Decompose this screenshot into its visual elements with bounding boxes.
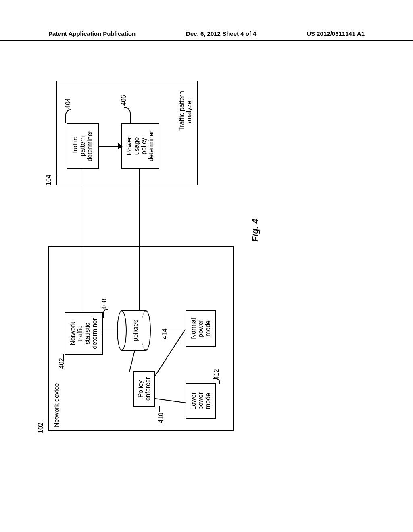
ref-402: 402 — [58, 358, 65, 369]
traffic-pattern-det-box: Traffic pattern determiner — [67, 123, 99, 169]
header-left: Patent Application Publication — [48, 30, 136, 37]
diagram: Network device 102 Traffic pattern analy… — [24, 105, 387, 411]
power-usage-policy-text: Power usage policy determiner — [126, 131, 155, 161]
arrow-tpd-pupd — [118, 143, 123, 150]
line-pupd-policies — [139, 169, 140, 310]
traffic-pattern-det-text: Traffic pattern determiner — [72, 131, 94, 161]
ref-410: 410 — [157, 412, 165, 423]
policy-enforcer-text: Policy enforcer — [137, 377, 152, 401]
leader-104 — [52, 177, 57, 177]
leader-102 — [44, 422, 49, 422]
network-device-label: Network device — [53, 383, 60, 427]
ref-414: 414 — [161, 328, 169, 339]
ref-408: 408 — [101, 299, 108, 310]
line-nts-tpd — [83, 169, 83, 312]
header-center: Dec. 6, 2012 Sheet 4 of 4 — [186, 30, 256, 37]
leader-402 — [63, 354, 64, 359]
leader-408-curve — [103, 309, 108, 318]
lower-power-box: Lower power mode — [186, 383, 216, 419]
page-header: Patent Application Publication Dec. 6, 2… — [0, 30, 413, 41]
line-nts-down — [103, 332, 118, 332]
policies-cylinder: policies — [122, 310, 146, 351]
header-right: US 2012/0311141 A1 — [307, 30, 365, 37]
ref-406: 406 — [120, 95, 127, 106]
leader-404-curve — [65, 109, 71, 123]
figure-label: Fig. 4 — [250, 219, 261, 242]
cylinder-top — [117, 310, 127, 351]
ref-102: 102 — [37, 422, 44, 433]
power-usage-policy-box: Power usage policy determiner — [121, 123, 159, 169]
traffic-analyzer-label: Traffic pattern analyzer — [178, 85, 193, 137]
normal-power-text: Normal power mode — [190, 318, 212, 339]
cylinder-bottom — [141, 310, 151, 351]
network-traffic-stat-box: Network traffic statistic determiner — [65, 312, 103, 355]
policy-enforcer-box: Policy enforcer — [133, 371, 155, 407]
lower-power-text: Lower power mode — [190, 392, 212, 410]
normal-power-box: Normal power mode — [186, 310, 216, 347]
ref-404: 404 — [65, 98, 72, 109]
policies-text: policies — [132, 310, 139, 351]
leader-410 — [159, 406, 160, 412]
network-traffic-stat-text: Network traffic statistic determiner — [69, 318, 98, 349]
